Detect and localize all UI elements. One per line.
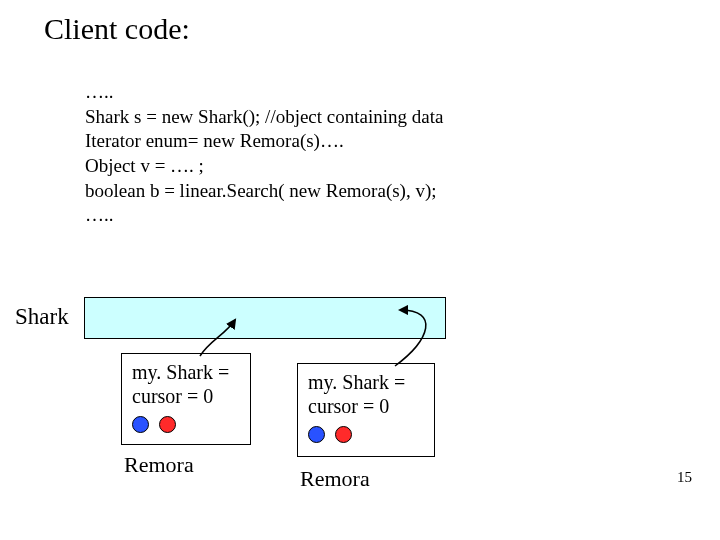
slide-title: Client code:: [44, 12, 190, 46]
code-line-1: …..: [85, 81, 114, 102]
remora2-line-b: cursor = 0: [308, 394, 424, 418]
remora1-dots: [132, 416, 240, 433]
dot-blue-icon: [308, 426, 325, 443]
remora1-line-b: cursor = 0: [132, 384, 240, 408]
code-line-3: Iterator enum= new Remora(s)….: [85, 130, 344, 151]
dot-blue-icon: [132, 416, 149, 433]
shark-label: Shark: [15, 304, 69, 330]
code-line-5: boolean b = linear.Search( new Remora(s)…: [85, 180, 437, 201]
remora-object-box-2: my. Shark = cursor = 0: [297, 363, 435, 457]
code-line-4: Object v = …. ;: [85, 155, 204, 176]
remora2-dots: [308, 426, 424, 443]
remora1-line-a: my. Shark =: [132, 360, 240, 384]
dot-red-icon: [335, 426, 352, 443]
remora2-line-a: my. Shark =: [308, 370, 424, 394]
dot-red-icon: [159, 416, 176, 433]
remora-label-2: Remora: [300, 466, 370, 492]
code-line-2: Shark s = new Shark(); //object containi…: [85, 106, 443, 127]
page-number: 15: [677, 469, 692, 486]
client-code-block: ….. Shark s = new Shark(); //object cont…: [85, 80, 443, 228]
code-line-6: …..: [85, 204, 114, 225]
shark-object-box: [84, 297, 446, 339]
remora-object-box-1: my. Shark = cursor = 0: [121, 353, 251, 445]
remora-label-1: Remora: [124, 452, 194, 478]
